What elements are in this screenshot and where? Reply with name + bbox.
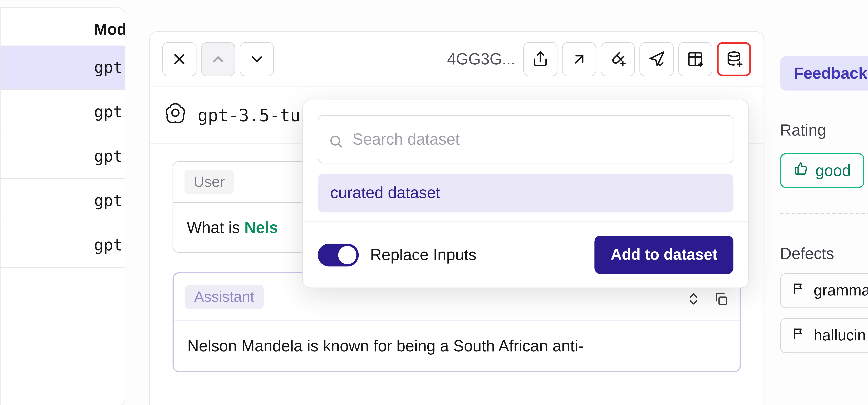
trace-id: 4GG3G... (447, 50, 515, 68)
flag-icon (792, 282, 806, 300)
sidebar-item[interactable]: gpt- (1, 134, 125, 179)
dataset-popover: curated dataset Replace Inputs Add to da… (302, 100, 749, 288)
location-code-button[interactable] (639, 42, 674, 76)
open-external-button[interactable] (562, 42, 596, 76)
user-text-highlight: Nels (244, 219, 278, 237)
svg-line-12 (339, 144, 341, 147)
thumbs-up-icon (794, 161, 808, 180)
sidebar-heading: Mod (1, 8, 125, 45)
search-icon (329, 124, 343, 155)
sidebar-item[interactable]: gpt- (1, 179, 125, 223)
flag-icon (792, 327, 806, 345)
model-name: gpt-3.5-tu (197, 105, 300, 125)
defect-label: gramma (814, 282, 868, 300)
toolbar: 4GG3G... (150, 32, 764, 87)
feedback-panel: Feedback Rating good Defects gramma hall… (780, 54, 868, 353)
model-sidebar: Mod gpt- gpt- gpt- gpt- gpt- (0, 7, 125, 405)
dataset-search[interactable] (318, 115, 733, 163)
defect-chip[interactable]: gramma (780, 273, 868, 308)
assistant-message-body: Nelson Mandela is known for being a Sout… (174, 321, 740, 371)
rating-label: Rating (780, 121, 868, 139)
rating-value: good (815, 161, 851, 180)
user-text-pre: What is (187, 219, 244, 237)
test-tube-button[interactable] (601, 42, 635, 76)
role-badge-user: User (185, 169, 234, 194)
sidebar-item[interactable]: gpt- (1, 45, 125, 90)
add-to-table-button[interactable] (678, 42, 712, 76)
divider (780, 213, 868, 214)
next-button[interactable] (240, 42, 274, 76)
svg-rect-10 (719, 298, 726, 305)
rating-chip-good[interactable]: good (780, 153, 865, 188)
dataset-search-input[interactable] (351, 129, 723, 149)
add-to-dataset-button[interactable] (717, 42, 751, 76)
svg-line-3 (576, 56, 583, 63)
dataset-option[interactable]: curated dataset (318, 174, 733, 212)
prev-button[interactable] (201, 42, 235, 76)
share-button[interactable] (523, 42, 557, 76)
replace-inputs-toggle[interactable] (318, 243, 359, 266)
defects-label: Defects (780, 245, 868, 263)
sidebar-item[interactable]: gpt- (1, 90, 125, 134)
role-badge-assistant: Assistant (185, 285, 264, 309)
defect-label: hallucin (814, 327, 866, 345)
openai-logo-icon (163, 100, 187, 131)
svg-point-8 (728, 52, 740, 56)
add-to-dataset-submit[interactable]: Add to dataset (595, 236, 734, 274)
feedback-tab[interactable]: Feedback (780, 56, 868, 91)
defect-chip[interactable]: hallucin (780, 318, 868, 353)
close-button[interactable] (162, 42, 196, 76)
replace-inputs-label: Replace Inputs (370, 246, 476, 264)
svg-point-9 (172, 109, 179, 116)
sidebar-item[interactable]: gpt- (1, 223, 125, 268)
